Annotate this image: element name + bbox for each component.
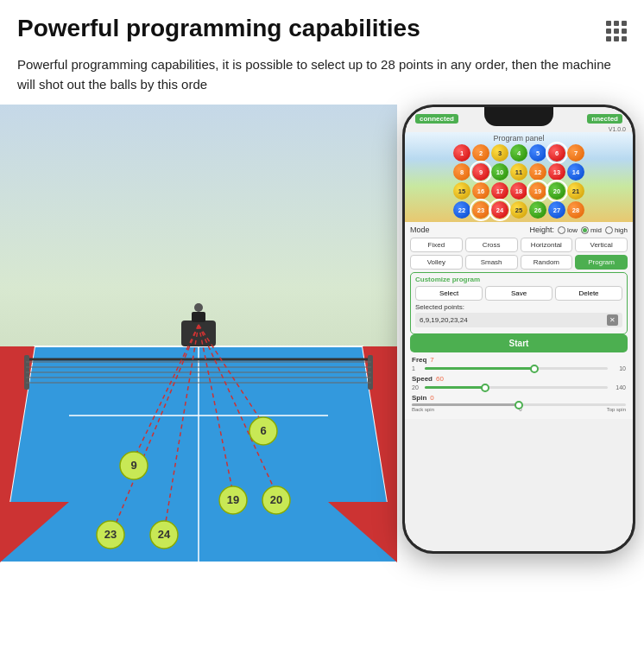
ball-25[interactable]: 25 (510, 201, 527, 219)
speed-thumb[interactable] (481, 384, 489, 392)
ball-14[interactable]: 14 (567, 163, 584, 181)
ball-26[interactable]: 26 (529, 201, 546, 219)
spin-track-row (412, 403, 626, 406)
speed-min: 20 (412, 384, 422, 390)
page-title: Powerful programming capabilities (17, 16, 420, 42)
spin-slider-row: Spin 0 Back spin (412, 394, 626, 412)
program-button[interactable]: Program (575, 255, 628, 270)
ball-row-2: 8 9 10 11 12 13 14 (453, 163, 584, 181)
speed-slider-row: Speed 60 20 140 (412, 375, 626, 390)
grid-icon[interactable] (606, 21, 627, 41)
ball-9[interactable]: 9 (472, 163, 489, 181)
spin-value: 0 (430, 394, 433, 402)
panel-label: Program panel (412, 134, 626, 143)
speed-label: Speed (412, 375, 432, 383)
save-button[interactable]: Save (485, 286, 552, 301)
svg-rect-19 (192, 312, 205, 322)
ball-24[interactable]: 24 (491, 201, 508, 219)
mid-label: mid (590, 226, 602, 234)
freq-slider-row: Freq 7 1 10 (412, 356, 626, 371)
ball-6[interactable]: 6 (548, 144, 565, 162)
ball-row-1: 1 2 3 4 5 6 7 (453, 144, 584, 162)
ball-19[interactable]: 19 (529, 182, 546, 200)
ball-row-4: 22 23 24 25 26 27 28 (453, 201, 584, 219)
ball-8[interactable]: 8 (453, 163, 470, 181)
description-text: Powerful programming capabilities, it is… (0, 49, 644, 105)
low-radio[interactable]: low (558, 226, 578, 234)
mode-label: Mode (410, 225, 430, 234)
header: Powerful programming capabilities (0, 0, 644, 49)
speed-label-row: Speed 60 (412, 375, 626, 383)
svg-text:6: 6 (260, 424, 266, 437)
high-radio[interactable]: high (605, 226, 628, 234)
fixed-button[interactable]: Fixed (410, 238, 463, 252)
controls-area: Mode Height: low (405, 222, 633, 419)
clear-button[interactable]: ✕ (607, 314, 618, 326)
ball-15[interactable]: 15 (453, 182, 470, 200)
ball-2[interactable]: 2 (472, 144, 489, 162)
svg-rect-18 (181, 320, 216, 346)
ball-1[interactable]: 1 (453, 144, 470, 162)
freq-thumb[interactable] (530, 365, 539, 373)
slider-section: Freq 7 1 10 (410, 356, 628, 412)
svg-point-20 (194, 303, 203, 312)
ball-21[interactable]: 21 (567, 182, 584, 200)
svg-text:23: 23 (104, 528, 117, 541)
delete-button[interactable]: Delete (555, 286, 622, 301)
ball-4[interactable]: 4 (510, 144, 527, 162)
ball-16[interactable]: 16 (472, 182, 489, 200)
vertical-button[interactable]: Vertical (575, 238, 628, 252)
freq-track[interactable] (425, 367, 608, 370)
ball-13[interactable]: 13 (548, 163, 565, 181)
ball-7[interactable]: 7 (567, 144, 584, 162)
spin-fill (412, 403, 519, 406)
mid-radio-circle (581, 226, 589, 234)
ball-10[interactable]: 10 (491, 163, 508, 181)
spin-back-label: Back spin (412, 407, 434, 412)
svg-text:24: 24 (158, 528, 171, 541)
main-content: 6 9 19 20 23 24 (0, 105, 644, 562)
random-button[interactable]: Random (521, 255, 573, 270)
ball-12[interactable]: 12 (529, 163, 546, 181)
ball-18[interactable]: 18 (510, 182, 527, 200)
freq-label-row: Freq 7 (412, 356, 626, 364)
high-radio-circle (605, 226, 613, 234)
ball-28[interactable]: 28 (567, 201, 584, 219)
speed-fill (425, 386, 485, 389)
phone-screen: connected nnected V1.0.0 Program panel 1… (405, 107, 633, 551)
ball-17[interactable]: 17 (491, 182, 508, 200)
cross-button[interactable]: Cross (465, 238, 518, 252)
height-label: Height: (529, 225, 554, 234)
selected-input: 6,9,19,20,23,24 ✕ (415, 313, 622, 327)
volley-button[interactable]: Volley (410, 255, 463, 270)
freq-max: 10 (610, 365, 626, 371)
spin-thumb[interactable] (515, 401, 523, 409)
freq-value: 7 (430, 356, 433, 364)
spin-top-label: Top spin (607, 407, 626, 412)
height-options: Height: low mid (529, 225, 628, 234)
spin-track[interactable] (412, 403, 626, 406)
ball-5[interactable]: 5 (529, 144, 546, 162)
court-area: 6 9 19 20 23 24 (0, 105, 397, 562)
ball-22[interactable]: 22 (453, 201, 470, 219)
speed-value: 60 (436, 375, 444, 383)
start-button[interactable]: Start (410, 334, 628, 352)
select-button[interactable]: Select (415, 286, 483, 301)
low-radio-circle (558, 226, 565, 234)
speed-track[interactable] (425, 386, 608, 389)
ball-3[interactable]: 3 (491, 144, 508, 162)
ball-row-3: 15 16 17 18 19 20 21 (453, 182, 584, 200)
ball-11[interactable]: 11 (510, 163, 527, 181)
mid-radio-fill (583, 228, 587, 232)
mid-radio[interactable]: mid (581, 226, 602, 234)
freq-track-row: 1 10 (412, 365, 626, 371)
version: V1.0.0 (405, 126, 633, 132)
smash-button[interactable]: Smash (465, 255, 518, 270)
phone-container: connected nnected V1.0.0 Program panel 1… (394, 105, 644, 562)
selected-value: 6,9,19,20,23,24 (420, 316, 468, 324)
ball-23[interactable]: 23 (472, 201, 489, 219)
ball-27[interactable]: 27 (548, 201, 565, 219)
connected-left-badge: connected (415, 114, 458, 124)
horizontal-button[interactable]: Horizontal (521, 238, 573, 252)
ball-20[interactable]: 20 (548, 182, 565, 200)
